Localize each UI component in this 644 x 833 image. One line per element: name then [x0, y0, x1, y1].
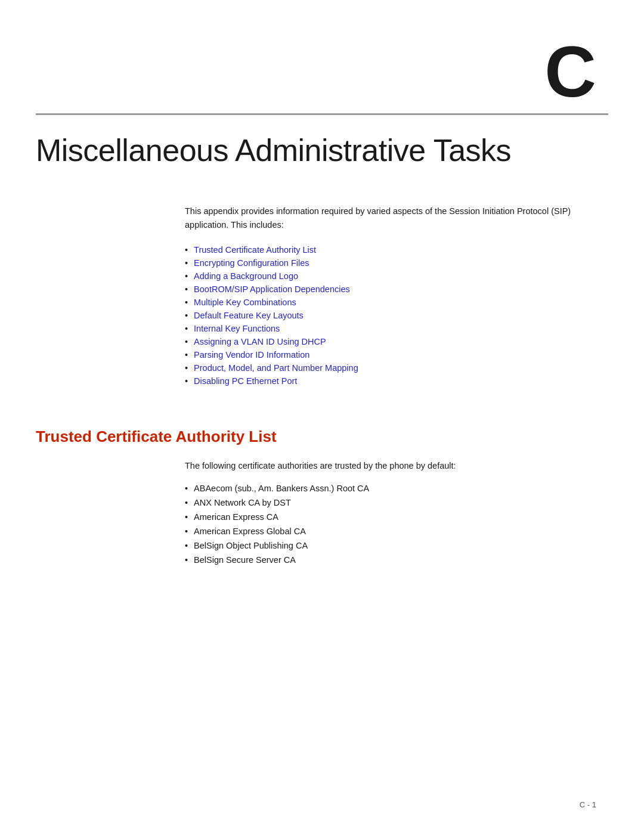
toc-link-multiple-key[interactable]: Multiple Key Combinations	[194, 298, 296, 307]
toc-link-background-logo[interactable]: Adding a Background Logo	[194, 271, 298, 281]
list-item: Product, Model, and Part Number Mapping	[185, 363, 596, 373]
list-item: Trusted Certificate Authority List	[185, 245, 596, 255]
toc-link-product-model[interactable]: Product, Model, and Part Number Mapping	[194, 363, 358, 373]
toc-link-bootrom[interactable]: BootROM/SIP Application Dependencies	[194, 284, 350, 294]
list-item: Disabling PC Ethernet Port	[185, 376, 596, 386]
toc-list: Trusted Certificate Authority List Encry…	[185, 245, 596, 386]
list-item: American Express Global CA	[185, 527, 596, 536]
section1-heading: Trusted Certificate Authority List	[36, 422, 596, 446]
list-item: Multiple Key Combinations	[185, 298, 596, 307]
list-item: Assigning a VLAN ID Using DHCP	[185, 337, 596, 346]
ca-item-3: American Express Global CA	[194, 527, 306, 536]
section1-container: Trusted Certificate Authority List	[0, 410, 644, 446]
list-item: ABAecom (sub., Am. Bankers Assn.) Root C…	[185, 484, 596, 493]
ca-item-0: ABAecom (sub., Am. Bankers Assn.) Root C…	[194, 484, 369, 493]
ca-item-4: BelSign Object Publishing CA	[194, 541, 308, 550]
toc-link-vlan-dhcp[interactable]: Assigning a VLAN ID Using DHCP	[194, 337, 326, 346]
ca-item-2: American Express CA	[194, 512, 278, 522]
list-item: Internal Key Functions	[185, 324, 596, 333]
toc-link-trusted-cert[interactable]: Trusted Certificate Authority List	[194, 245, 316, 255]
list-item: Default Feature Key Layouts	[185, 311, 596, 320]
list-item: American Express CA	[185, 512, 596, 522]
chapter-letter: C	[544, 36, 596, 107]
ca-item-1: ANX Network CA by DST	[194, 498, 291, 507]
list-item: BelSign Secure Server CA	[185, 555, 596, 565]
chapter-title: Miscellaneous Administrative Tasks	[0, 115, 644, 169]
ca-item-5: BelSign Secure Server CA	[194, 555, 296, 565]
list-item: ANX Network CA by DST	[185, 498, 596, 507]
list-item: Parsing Vendor ID Information	[185, 350, 596, 360]
page-number: C - 1	[580, 800, 596, 809]
section1-intro: The following certificate authorities ar…	[185, 459, 596, 473]
section1-content: The following certificate authorities ar…	[0, 459, 644, 565]
list-item: BootROM/SIP Application Dependencies	[185, 284, 596, 294]
toc-link-vendor-id[interactable]: Parsing Vendor ID Information	[194, 350, 309, 360]
list-item: BelSign Object Publishing CA	[185, 541, 596, 550]
toc-link-default-feature[interactable]: Default Feature Key Layouts	[194, 311, 304, 320]
chapter-letter-area: C	[0, 0, 644, 113]
list-item: Adding a Background Logo	[185, 271, 596, 281]
ca-list: ABAecom (sub., Am. Bankers Assn.) Root C…	[185, 484, 596, 565]
list-item: Encrypting Configuration Files	[185, 258, 596, 268]
page-footer: C - 1	[580, 800, 596, 809]
toc-link-disabling-pc[interactable]: Disabling PC Ethernet Port	[194, 376, 297, 386]
content-area: This appendix provides information requi…	[0, 169, 644, 386]
intro-paragraph: This appendix provides information requi…	[185, 205, 596, 232]
toc-link-internal-key[interactable]: Internal Key Functions	[194, 324, 280, 333]
toc-link-encrypting[interactable]: Encrypting Configuration Files	[194, 258, 309, 268]
page-container: C Miscellaneous Administrative Tasks Thi…	[0, 0, 644, 833]
